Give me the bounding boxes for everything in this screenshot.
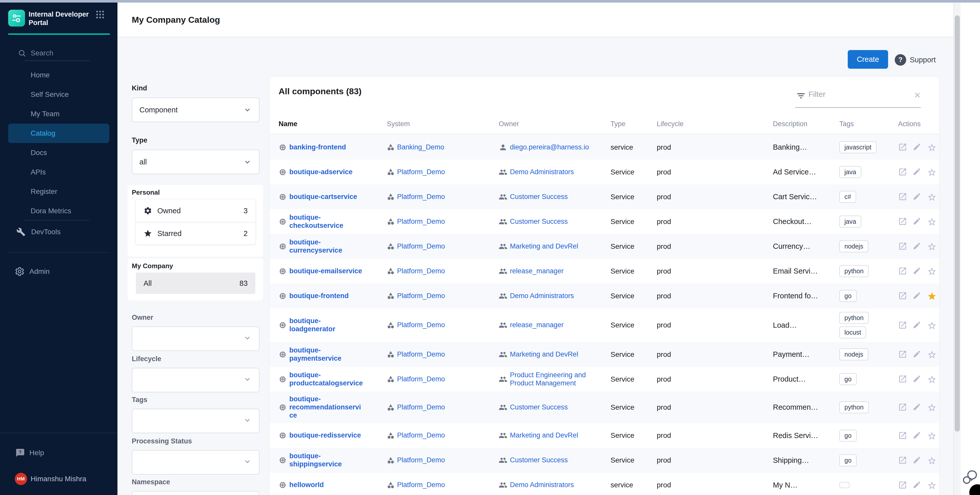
sidebar-search[interactable]: Search <box>0 46 118 60</box>
personal-item-starred[interactable]: Starred2 <box>136 222 255 244</box>
company-all-row[interactable]: All 83 <box>136 272 255 294</box>
edit-icon[interactable] <box>913 291 922 301</box>
star-icon[interactable] <box>927 456 937 465</box>
sidebar-item-help[interactable]: ? Help <box>0 445 118 461</box>
sidebar-item-dora-metrics[interactable]: Dora Metrics <box>8 201 109 221</box>
namespace-select[interactable] <box>132 491 259 495</box>
system-link[interactable]: Platform_Demo <box>397 481 445 489</box>
owner-link[interactable]: Demo Administrators <box>510 168 574 176</box>
star-icon[interactable] <box>927 143 937 152</box>
system-link[interactable]: Banking_Demo <box>397 143 444 151</box>
sidebar-item-admin[interactable]: Admin <box>0 263 118 280</box>
open-in-new-icon[interactable] <box>898 374 907 384</box>
star-icon[interactable] <box>927 320 937 330</box>
component-name-link[interactable]: boutique-shippingservice <box>289 452 364 468</box>
component-name-link[interactable]: boutique-cartservice <box>289 193 364 201</box>
star-icon[interactable] <box>927 403 937 412</box>
owner-link[interactable]: diego.pereira@harness.io <box>510 143 589 151</box>
edit-icon[interactable] <box>913 320 922 330</box>
owner-select[interactable] <box>132 326 259 351</box>
star-icon[interactable] <box>927 242 937 251</box>
edit-icon[interactable] <box>913 266 922 276</box>
create-button[interactable]: Create <box>848 50 888 69</box>
system-link[interactable]: Platform_Demo <box>397 292 445 300</box>
star-icon[interactable] <box>927 192 937 202</box>
sidebar-item-self-service[interactable]: Self Service <box>8 85 109 104</box>
tag-chip[interactable]: go <box>839 290 857 302</box>
component-name-link[interactable]: boutique-loadgenerator <box>289 317 364 333</box>
system-link[interactable]: Platform_Demo <box>397 403 445 411</box>
type-select[interactable]: all <box>132 150 259 174</box>
owner-link[interactable]: Product Engineering and Product Manageme… <box>510 371 599 387</box>
system-link[interactable]: Platform_Demo <box>397 218 445 226</box>
sidebar-item-home[interactable]: Home <box>8 65 109 85</box>
component-name-link[interactable]: boutique-checkoutservice <box>289 213 364 230</box>
component-name-link[interactable]: boutique-productcatalogservice <box>289 371 364 387</box>
star-icon[interactable] <box>927 291 937 301</box>
owner-link[interactable]: release_manager <box>510 321 563 329</box>
personal-item-owned[interactable]: Owned3 <box>136 199 255 222</box>
edit-icon[interactable] <box>913 217 922 226</box>
edit-icon[interactable] <box>913 431 922 440</box>
open-in-new-icon[interactable] <box>898 431 907 440</box>
open-in-new-icon[interactable] <box>898 350 907 359</box>
clear-filter-icon[interactable]: ✕ <box>914 91 921 100</box>
owner-link[interactable]: Marketing and DevRel <box>510 242 578 251</box>
open-in-new-icon[interactable] <box>898 192 907 202</box>
owner-link[interactable]: Marketing and DevRel <box>510 431 578 439</box>
tag-chip[interactable]: go <box>839 454 857 466</box>
system-link[interactable]: Platform_Demo <box>397 456 445 464</box>
kind-select[interactable]: Component <box>132 97 259 122</box>
tag-chip[interactable]: python <box>839 265 869 277</box>
system-link[interactable]: Platform_Demo <box>397 168 445 176</box>
edit-icon[interactable] <box>913 456 922 465</box>
tag-chip[interactable]: javascript <box>839 141 877 153</box>
system-link[interactable]: Platform_Demo <box>397 267 445 275</box>
edit-icon[interactable] <box>913 374 922 384</box>
tag-chip[interactable]: nodejs <box>839 349 869 360</box>
component-name-link[interactable]: boutique-adservice <box>289 168 364 176</box>
tag-chip[interactable]: go <box>839 373 857 385</box>
edit-icon[interactable] <box>913 403 922 412</box>
open-in-new-icon[interactable] <box>898 320 907 330</box>
open-in-new-icon[interactable] <box>898 403 907 412</box>
system-link[interactable]: Platform_Demo <box>397 193 445 201</box>
owner-link[interactable]: Customer Success <box>510 403 568 411</box>
star-icon[interactable] <box>927 431 937 440</box>
open-in-new-icon[interactable] <box>898 266 907 276</box>
edit-icon[interactable] <box>913 350 922 359</box>
tag-chip[interactable]: c# <box>839 191 856 203</box>
component-name-link[interactable]: boutique-recommendationservice <box>289 395 364 420</box>
component-name-link[interactable]: boutique-paymentservice <box>289 346 364 363</box>
star-icon[interactable] <box>927 374 937 384</box>
open-in-new-icon[interactable] <box>898 217 907 226</box>
system-link[interactable]: Platform_Demo <box>397 242 445 251</box>
star-icon[interactable] <box>927 217 937 226</box>
tag-chip[interactable]: python <box>839 312 869 324</box>
scrollbar-thumb[interactable] <box>955 15 960 432</box>
owner-link[interactable]: Demo Administrators <box>510 481 574 489</box>
open-in-new-icon[interactable] <box>898 242 907 251</box>
apps-grid-icon[interactable] <box>95 10 105 20</box>
system-link[interactable]: Platform_Demo <box>397 431 445 439</box>
component-name-link[interactable]: boutique-redisservice <box>289 431 364 439</box>
edit-icon[interactable] <box>913 242 922 251</box>
open-in-new-icon[interactable] <box>898 143 907 152</box>
component-name-link[interactable]: boutique-currencyservice <box>289 238 364 255</box>
tags-select[interactable] <box>132 409 259 433</box>
open-in-new-icon[interactable] <box>898 456 907 465</box>
owner-link[interactable]: Marketing and DevRel <box>510 350 578 359</box>
sidebar-item-my-team[interactable]: My Team <box>8 104 109 124</box>
support-button[interactable]: ? Support <box>895 54 936 66</box>
open-in-new-icon[interactable] <box>898 291 907 301</box>
edit-icon[interactable] <box>913 481 922 490</box>
filter-input[interactable] <box>808 90 908 99</box>
sidebar-item-devtools[interactable]: DevTools <box>0 224 118 240</box>
sidebar-item-docs[interactable]: Docs <box>8 143 109 162</box>
owner-link[interactable]: Customer Success <box>510 218 568 226</box>
tag-chip[interactable]: java <box>839 216 861 228</box>
sidebar-item-register[interactable]: Register <box>8 182 109 201</box>
star-icon[interactable] <box>927 481 937 490</box>
open-in-new-icon[interactable] <box>898 167 907 177</box>
tag-chip[interactable] <box>839 482 850 488</box>
